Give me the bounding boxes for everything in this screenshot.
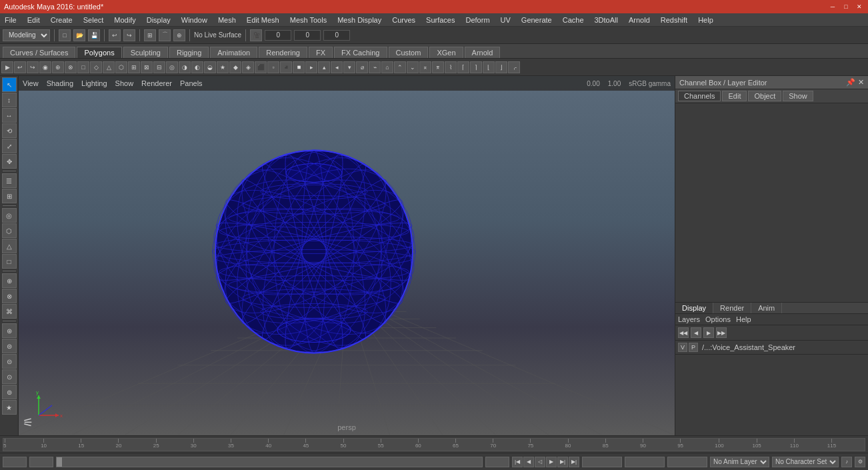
play-back-button[interactable]: ◁ [535, 457, 545, 467]
tool-icon-34[interactable]: ⌆ [432, 61, 444, 73]
open-file-icon[interactable]: 📂 [73, 29, 85, 41]
tool-icon-5[interactable]: ⊗ [65, 61, 77, 73]
panels-menu[interactable]: Panels [180, 79, 203, 87]
tool-icon-35[interactable]: ⌇ [445, 61, 457, 73]
layer-prev-icon[interactable]: ◀◀ [678, 327, 689, 338]
frame-slider-value-input[interactable]: 120 [485, 457, 509, 467]
tool-icon-20[interactable]: ⬛ [255, 61, 267, 73]
camera-icon[interactable]: 🎥 [250, 29, 262, 41]
tab-animation[interactable]: Animation [210, 47, 257, 58]
tab-curves-/-surfaces[interactable]: Curves / Surfaces [3, 47, 75, 58]
new-file-icon[interactable]: □ [59, 29, 71, 41]
maximize-button[interactable]: □ [841, 2, 851, 11]
left-tool-3[interactable]: ⟲ [2, 123, 17, 138]
tool-icon-0[interactable]: ▶ [1, 61, 13, 73]
mode-selector[interactable]: Modeling [3, 29, 50, 41]
left-tool-0[interactable]: ↖ [2, 77, 17, 92]
left-tool-5[interactable]: ✥ [2, 154, 17, 169]
undo-icon[interactable]: ↩ [109, 29, 121, 41]
left-tool-6[interactable]: ☰ [2, 173, 17, 188]
y-input[interactable] [294, 30, 321, 41]
settings-icon[interactable]: ⚙ [855, 457, 865, 467]
tool-icon-2[interactable]: ↪ [27, 61, 39, 73]
help-menu[interactable]: Help [736, 315, 751, 323]
pickable-button[interactable]: P [689, 343, 698, 352]
left-tool-extra-1[interactable]: ⊜ [2, 339, 17, 353]
menu-item-help[interactable]: Help [696, 16, 715, 24]
layer-right-icon[interactable]: ▶ [703, 327, 714, 338]
left-tool-1[interactable]: ↕ [2, 93, 17, 107]
left-tool-extra-2[interactable]: ⊝ [2, 354, 17, 369]
tool-icon-31[interactable]: ⌃ [394, 61, 406, 73]
tool-icon-4[interactable]: ⊕ [52, 61, 64, 73]
menu-item-3dtoall[interactable]: 3DtoAll [593, 16, 620, 24]
tool-icon-21[interactable]: ▫ [267, 61, 279, 73]
tab-fx[interactable]: FX [309, 47, 333, 58]
left-tool-extra-4[interactable]: ⊚ [2, 385, 17, 399]
tool-icon-27[interactable]: ▾ [343, 61, 355, 73]
menu-item-modify[interactable]: Modify [112, 16, 137, 24]
tool-icon-38[interactable]: ⌊ [483, 61, 495, 73]
layer-left-icon[interactable]: ◀ [691, 327, 701, 338]
step-back-button[interactable]: ◀ [523, 457, 534, 467]
menu-item-create[interactable]: Create [49, 16, 75, 24]
tool-icon-6[interactable]: □ [77, 61, 89, 73]
view-menu[interactable]: View [23, 79, 39, 87]
save-icon[interactable]: 💾 [88, 29, 100, 41]
tool-icon-9[interactable]: ⬡ [115, 61, 127, 73]
show-menu[interactable]: Show [115, 79, 134, 87]
tool-icon-16[interactable]: ◒ [204, 61, 216, 73]
sound-icon[interactable]: ♪ [841, 457, 852, 467]
left-tool-2[interactable]: ↔ [2, 108, 17, 123]
menu-item-redshift[interactable]: Redshift [659, 16, 689, 24]
menu-item-file[interactable]: File [3, 16, 19, 24]
left-tool-4[interactable]: ⤢ [2, 139, 17, 153]
tab-sculpting[interactable]: Sculpting [123, 47, 168, 58]
tool-icon-29[interactable]: ⌁ [369, 61, 381, 73]
step-forward-button[interactable]: ▶| [557, 457, 568, 467]
menu-item-uv[interactable]: UV [499, 16, 513, 24]
left-tool-8[interactable]: ◎ [2, 208, 17, 223]
left-tool-extra-5[interactable]: ★ [2, 400, 17, 415]
tab-rendering[interactable]: Rendering [259, 47, 307, 58]
tool-icon-33[interactable]: ⌅ [419, 61, 431, 73]
panel-close-icon[interactable]: ✕ [858, 78, 864, 87]
char-layer-selector[interactable]: No Character Set [772, 457, 839, 467]
left-tool-13[interactable]: ⊗ [2, 289, 17, 303]
tool-icon-40[interactable]: ⌌ [508, 61, 520, 73]
tab-fx-caching[interactable]: FX Caching [334, 47, 387, 58]
max-frame-input[interactable]: 120 [667, 457, 707, 467]
show-tab[interactable]: Show [783, 91, 813, 101]
renderer-menu[interactable]: Renderer [141, 79, 172, 87]
menu-item-window[interactable]: Window [179, 16, 209, 24]
left-tool-7[interactable]: ⊞ [2, 189, 17, 203]
panel-pin-icon[interactable]: 📌 [846, 78, 855, 87]
tool-icon-19[interactable]: ◈ [242, 61, 254, 73]
timeline-ruler[interactable]: 5101520253035404550556065707580859095100… [3, 438, 865, 451]
tool-icon-3[interactable]: ◉ [39, 61, 51, 73]
display-tab[interactable]: Display [675, 303, 713, 313]
tool-icon-24[interactable]: ▸ [305, 61, 317, 73]
tool-icon-11[interactable]: ⊠ [141, 61, 153, 73]
snap-grid-icon[interactable]: ⊞ [144, 29, 156, 41]
menu-item-mesh-tools[interactable]: Mesh Tools [288, 16, 329, 24]
play-forward-button[interactable]: ▶ [546, 457, 557, 467]
tool-icon-8[interactable]: △ [103, 61, 115, 73]
anim-layer-selector[interactable]: No Anim Layer [710, 457, 769, 467]
redo-icon[interactable]: ↪ [123, 29, 135, 41]
menu-item-mesh-display[interactable]: Mesh Display [335, 16, 383, 24]
shading-menu[interactable]: Shading [47, 79, 73, 87]
tool-icon-32[interactable]: ⌄ [407, 61, 419, 73]
menu-item-curves[interactable]: Curves [390, 16, 417, 24]
tool-icon-39[interactable]: ⌋ [495, 61, 507, 73]
left-tool-10[interactable]: △ [2, 239, 17, 253]
tool-icon-12[interactable]: ⊟ [153, 61, 165, 73]
tool-icon-30[interactable]: ⌂ [381, 61, 393, 73]
menu-item-edit-mesh[interactable]: Edit Mesh [245, 16, 281, 24]
edit-tab[interactable]: Edit [722, 91, 747, 101]
tab-polygons[interactable]: Polygons [77, 47, 121, 58]
channels-tab[interactable]: Channels [678, 91, 721, 101]
layer-new-icon[interactable]: ▶▶ [716, 327, 727, 338]
render-tab[interactable]: Render [713, 303, 751, 313]
goto-end-button[interactable]: ▶| [569, 457, 579, 467]
